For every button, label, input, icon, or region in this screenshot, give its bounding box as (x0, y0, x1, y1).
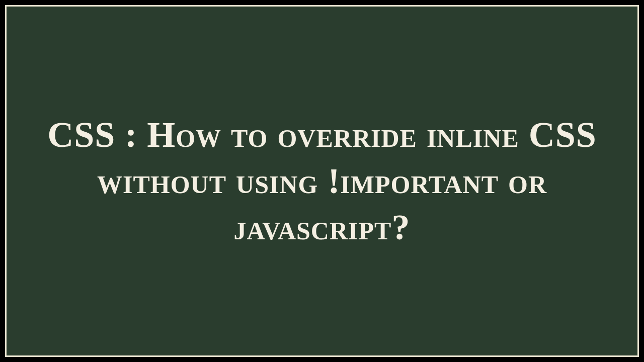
title-slide: CSS : How to override inline CSS without… (5, 5, 639, 357)
slide-title: CSS : How to override inline CSS without… (37, 112, 607, 250)
